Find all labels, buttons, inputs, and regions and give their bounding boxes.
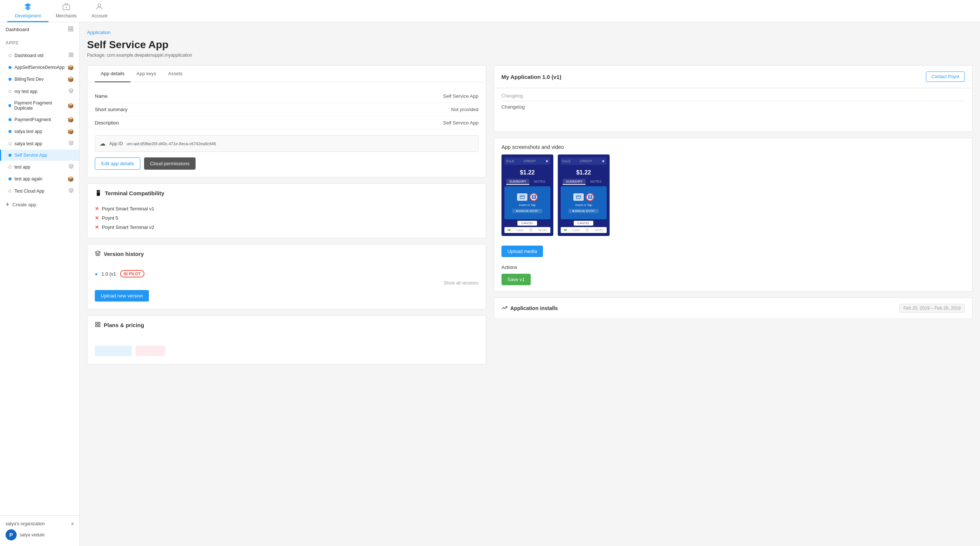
version-title: My Application 1.0 (v1)	[501, 74, 562, 80]
sidebar-item-dashboard-old[interactable]: Dashboard old	[0, 49, 79, 62]
poynt-footer: P satya vedule	[6, 529, 74, 540]
detail-label-summary: Short summary	[95, 107, 127, 112]
cloud-permissions-button[interactable]: Cloud permissions	[144, 158, 196, 170]
nav-account[interactable]: Account	[84, 0, 115, 22]
installs-header: Application installs Feb 20, 2019 – Feb …	[494, 298, 972, 318]
svg-rect-21	[520, 195, 525, 198]
show-all-versions[interactable]: Show all versions	[95, 280, 479, 286]
app-id-value: urn:aid:d59be20f-d40c-471e-8eca-c6742ea9…	[127, 142, 216, 146]
svg-marker-12	[69, 89, 73, 91]
top-nav: Development Merchants Account	[0, 0, 980, 22]
svg-rect-10	[69, 55, 71, 57]
compat-item-1: ✕ Poynt Smart Terminal v1	[95, 204, 479, 213]
app-installs-card: Application installs Feb 20, 2019 – Feb …	[494, 298, 973, 319]
account-icon	[95, 3, 103, 13]
version-label: 1.0 (v1	[102, 271, 116, 277]
sidebar-item-label: satya test app	[14, 141, 42, 146]
pilot-badge: IN PILOT	[120, 270, 145, 277]
svg-rect-19	[95, 325, 97, 327]
compat-label: Poynt 5	[102, 215, 118, 221]
dot-empty-icon	[8, 189, 11, 193]
create-app-label: Create app	[13, 202, 36, 207]
tab-app-details[interactable]: App details	[95, 65, 130, 82]
sidebar-item-testcloudapp[interactable]: Test Cloud App	[0, 185, 79, 197]
insert-text-2: Insert or Tap	[576, 203, 592, 207]
x-icon: ✕	[95, 224, 99, 230]
svg-rect-17	[95, 322, 97, 324]
box-icon: 📦	[67, 103, 74, 108]
tab-app-keys[interactable]: App keys	[130, 65, 162, 82]
apps-header: APPS	[0, 37, 79, 49]
detail-value-summary: Not provided	[451, 107, 479, 112]
date-range[interactable]: Feb 20, 2019 – Feb 26, 2019	[899, 304, 965, 313]
main-content: Application Self Service App Package: co…	[80, 22, 980, 546]
nav-development-label: Development	[15, 13, 41, 19]
nav-development[interactable]: Development	[7, 0, 49, 22]
version-history-card: Version history ● 1.0 (v1 IN PILOT Show …	[87, 244, 486, 309]
detail-row-description: Description Self Service App	[95, 116, 479, 130]
layers-icon	[68, 164, 74, 170]
svg-marker-16	[95, 251, 100, 253]
sidebar-item-testapp[interactable]: test app	[0, 161, 79, 173]
tab-assets[interactable]: Assets	[162, 65, 189, 82]
sidebar-item-selfservice[interactable]: Self Service App	[0, 150, 79, 161]
dot-filled-icon	[8, 118, 11, 121]
compat-item-3: ✕ Poynt Smart Terminal v2	[95, 223, 479, 232]
breadcrumb[interactable]: Application	[87, 30, 973, 35]
svg-marker-13	[69, 141, 73, 143]
create-app-button[interactable]: + Create app	[0, 197, 79, 212]
sidebar-item-appselfservice[interactable]: AppSelfServiceDemoApp 📦	[0, 62, 79, 73]
changelog-value: Changelog	[501, 104, 965, 126]
dot-filled-icon	[8, 177, 11, 180]
dot-filled-icon	[8, 104, 11, 107]
sidebar-item-billingtest[interactable]: BillingTest Dev 📦	[0, 73, 79, 85]
version-card-header: My Application 1.0 (v1) Contact Poynt	[494, 65, 972, 88]
version-item: ● 1.0 (v1 IN PILOT	[95, 267, 479, 280]
menu-icon[interactable]: ≡	[71, 521, 74, 526]
contact-poynt-button[interactable]: Contact Poynt	[926, 72, 965, 82]
app-details-content: Name Self Service App Short summary Not …	[88, 82, 486, 177]
upload-media-section: Upload media	[494, 242, 972, 261]
poynt-logo: P	[6, 529, 17, 540]
sidebar-item-testappagain[interactable]: test app again 📦	[0, 173, 79, 185]
user-label: satya vedule	[20, 532, 45, 538]
app-details-card: App details App keys Assets Name Self Se…	[87, 65, 486, 177]
sidebar-item-mytestapp[interactable]: my test app	[0, 85, 79, 97]
development-icon	[24, 3, 32, 13]
box-icon: 📦	[67, 129, 74, 134]
sidebar-dashboard[interactable]: Dashboard	[0, 22, 79, 37]
dot-filled-icon	[8, 66, 11, 69]
svg-rect-6	[68, 29, 70, 31]
ss-header: SALECREDIT▼	[504, 158, 550, 165]
layers-icon	[68, 88, 74, 94]
plans-content	[88, 334, 486, 364]
left-column: App details App keys Assets Name Self Se…	[87, 65, 486, 371]
sidebar-item-satyatest1[interactable]: satya test app 📦	[0, 126, 79, 137]
screenshots-grid: SALECREDIT▼ $1.22 SUMMARY NOTES	[501, 154, 965, 236]
screenshots-label: App screenshots and video	[501, 144, 965, 150]
sidebar-item-pfdup[interactable]: Payment Fragment Duplicate 📦	[0, 97, 79, 114]
ss-amount-2: $1.22	[576, 169, 591, 176]
upload-media-button[interactable]: Upload media	[501, 245, 543, 257]
insert-text: Insert or Tap	[519, 203, 536, 207]
svg-point-3	[98, 4, 101, 6]
nav-merchants[interactable]: Merchants	[49, 0, 84, 22]
compat-item-2: ✕ Poynt 5	[95, 213, 479, 223]
svg-rect-18	[98, 322, 100, 324]
upload-new-version-button[interactable]: Upload new version	[95, 290, 149, 301]
save-v1-button[interactable]: Save v1	[501, 274, 531, 285]
chart-icon	[68, 52, 74, 59]
svg-marker-14	[69, 164, 73, 166]
sidebar-item-satyatest2[interactable]: satya test app	[0, 137, 79, 150]
dot-filled-icon	[8, 154, 11, 157]
app-id-icon: ☁	[100, 140, 105, 147]
sidebar-item-label: Test Cloud App	[14, 189, 45, 194]
dot-empty-icon	[8, 142, 11, 145]
sidebar-item-pf[interactable]: PaymentFragment 📦	[0, 114, 79, 126]
package-text: Package: com.example.deepakmuppiri.myapp…	[87, 53, 973, 58]
edit-app-details-button[interactable]: Edit app details	[95, 158, 140, 170]
changelog-section: Changelog Changelog	[494, 88, 972, 132]
nav-merchants-label: Merchants	[56, 13, 77, 19]
terminal-icon: 📱	[95, 189, 102, 196]
compat-label: Poynt Smart Terminal v2	[102, 224, 154, 230]
